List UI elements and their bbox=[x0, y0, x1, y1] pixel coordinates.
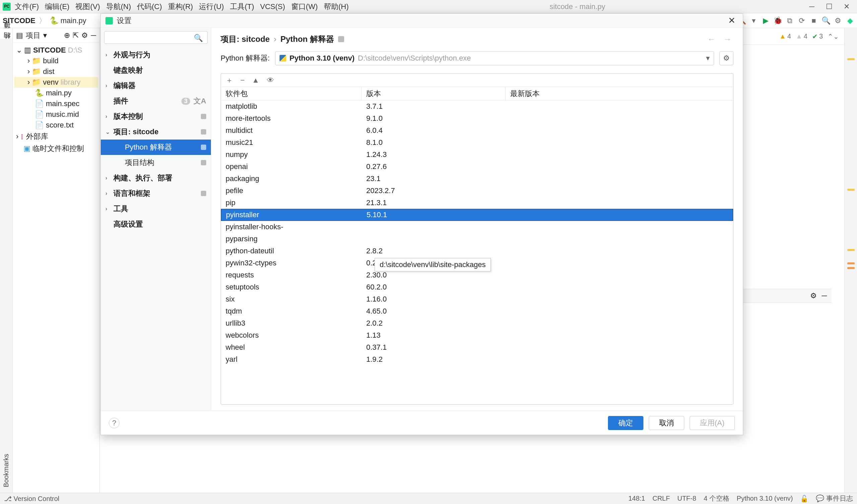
caret-position[interactable]: 148:1 bbox=[628, 494, 645, 502]
indent-settings[interactable]: 4 个空格 bbox=[704, 494, 729, 503]
read-only-icon[interactable]: 🔓 bbox=[800, 494, 808, 503]
settings-tree[interactable]: ›外观与行为键盘映射›编辑器插件3文A›版本控制⌄项目: sitcodePyth… bbox=[101, 47, 211, 410]
settings-nav-item[interactable]: ›语言和框架 bbox=[101, 186, 211, 201]
tree-node[interactable]: 📁venv library bbox=[14, 77, 98, 88]
show-early-releases-icon[interactable]: 👁 bbox=[267, 76, 274, 85]
expand-icon[interactable] bbox=[16, 132, 18, 141]
close-icon[interactable]: ✕ bbox=[839, 2, 854, 12]
structure-tool-tab[interactable]: 结构 bbox=[0, 39, 12, 50]
tree-node[interactable]: 📄main.spec bbox=[14, 98, 98, 109]
expand-icon[interactable] bbox=[28, 56, 30, 65]
expand-icon[interactable] bbox=[28, 78, 30, 87]
crumb-project[interactable]: 项目: sitcode bbox=[221, 34, 270, 45]
package-row[interactable]: pyparsing bbox=[221, 233, 733, 245]
stop-icon[interactable]: ■ bbox=[809, 16, 818, 25]
menu-refactor[interactable]: 重构(R) bbox=[166, 0, 195, 13]
minimize-icon[interactable]: ─ bbox=[804, 2, 820, 12]
tree-scratches[interactable]: ▣ 临时文件和控制 bbox=[14, 142, 98, 155]
run-config-dropdown[interactable]: ▾ bbox=[749, 16, 758, 25]
stripe-mark-icon[interactable] bbox=[847, 58, 855, 60]
add-package-icon[interactable]: ＋ bbox=[225, 75, 233, 85]
gear-icon[interactable]: ⚙ bbox=[81, 31, 88, 40]
package-row[interactable]: python-dateutil2.8.2 bbox=[221, 245, 733, 257]
menu-code[interactable]: 代码(C) bbox=[135, 0, 164, 13]
tree-node[interactable]: 🐍main.py bbox=[14, 88, 98, 98]
line-separator[interactable]: CRLF bbox=[653, 494, 670, 502]
forward-icon[interactable]: → bbox=[721, 34, 734, 44]
settings-nav-item[interactable]: ›外观与行为 bbox=[101, 47, 211, 63]
maximize-icon[interactable]: ☐ bbox=[822, 2, 837, 12]
package-row[interactable]: music218.1.0 bbox=[221, 136, 733, 149]
chevron-down-icon[interactable]: ▾ bbox=[43, 31, 47, 40]
apply-button[interactable]: 应用(A) bbox=[690, 416, 735, 430]
breadcrumb-root[interactable]: SITCODE bbox=[3, 16, 35, 25]
profile-icon[interactable]: ⟳ bbox=[797, 16, 806, 25]
col-latest[interactable]: 最新版本 bbox=[505, 89, 733, 99]
interpreter-combo[interactable]: Python 3.10 (venv) D:\sitcode\venv\Scrip… bbox=[275, 51, 714, 65]
help-icon[interactable]: ? bbox=[109, 418, 119, 429]
settings-search-input[interactable] bbox=[104, 31, 207, 44]
tree-node[interactable]: 📄score.txt bbox=[14, 120, 98, 131]
remove-package-icon[interactable]: − bbox=[240, 76, 245, 85]
passed-badge[interactable]: ✔3 bbox=[812, 32, 823, 40]
back-icon[interactable]: ← bbox=[705, 34, 718, 44]
package-row[interactable]: more-itertools9.1.0 bbox=[221, 113, 733, 124]
package-row[interactable]: multidict6.0.4 bbox=[221, 124, 733, 136]
package-row[interactable]: wheel0.37.1 bbox=[221, 341, 733, 353]
interpreter-settings-button[interactable]: ⚙ bbox=[719, 51, 734, 65]
target-icon[interactable]: ⊕ bbox=[64, 31, 70, 40]
menu-run[interactable]: 运行(U) bbox=[197, 0, 226, 13]
packages-list[interactable]: matplotlib3.7.1more-itertools9.1.0multid… bbox=[221, 100, 733, 404]
bookmarks-tool-tab[interactable]: Bookmarks bbox=[1, 449, 11, 493]
expand-icon[interactable] bbox=[16, 46, 22, 54]
package-row[interactable]: openai0.27.6 bbox=[221, 161, 733, 173]
settings-nav-item[interactable]: ›版本控制 bbox=[101, 109, 211, 124]
package-row[interactable]: matplotlib3.7.1 bbox=[221, 100, 733, 113]
weak-warnings-badge[interactable]: ▲4 bbox=[796, 32, 807, 40]
project-tree[interactable]: ▥ SITCODE D:\S 📁build📁dist📁venv library🐍… bbox=[13, 43, 99, 157]
settings-nav-item[interactable]: ›构建、执行、部署 bbox=[101, 170, 211, 186]
settings-nav-item[interactable]: ⌄项目: sitcode bbox=[101, 124, 211, 139]
ide-services-icon[interactable]: ◆ bbox=[846, 16, 854, 25]
search-everywhere-icon[interactable]: 🔍 bbox=[822, 16, 830, 25]
package-row[interactable]: yarl1.9.2 bbox=[221, 353, 733, 366]
event-log[interactable]: 💬 事件日志 bbox=[816, 494, 853, 503]
package-row[interactable]: numpy1.24.3 bbox=[221, 149, 733, 161]
debug-icon[interactable]: 🐞 bbox=[773, 16, 782, 25]
collapse-icon[interactable]: ⇱ bbox=[73, 31, 79, 40]
project-panel-title[interactable]: 项目 bbox=[26, 31, 40, 40]
tree-node[interactable]: 📁dist bbox=[14, 66, 98, 77]
menu-view[interactable]: 视图(V) bbox=[73, 0, 102, 13]
cancel-button[interactable]: 取消 bbox=[649, 416, 684, 430]
file-encoding[interactable]: UTF-8 bbox=[677, 494, 696, 502]
ok-button[interactable]: 确定 bbox=[608, 416, 643, 430]
upgrade-package-icon[interactable]: ▲ bbox=[252, 76, 259, 85]
coverage-icon[interactable]: ⧉ bbox=[785, 16, 794, 25]
breadcrumb-file[interactable]: 🐍 main.py bbox=[50, 16, 86, 25]
package-row[interactable]: pyinstaller5.10.1 bbox=[221, 209, 733, 221]
menu-help[interactable]: 帮助(H) bbox=[322, 0, 351, 13]
package-row[interactable]: urllib32.0.2 bbox=[221, 317, 733, 329]
package-row[interactable]: pyinstaller-hooks- bbox=[221, 221, 733, 233]
package-row[interactable]: setuptools60.2.0 bbox=[221, 281, 733, 293]
stripe-mark-icon[interactable] bbox=[847, 263, 855, 264]
menu-vcs[interactable]: VCS(S) bbox=[258, 1, 287, 12]
package-row[interactable]: six1.16.0 bbox=[221, 293, 733, 305]
project-tool-tab[interactable]: 项目 bbox=[0, 28, 12, 39]
right-error-stripe[interactable] bbox=[844, 28, 857, 493]
settings-gear-icon[interactable]: ⚙ bbox=[834, 16, 842, 25]
settings-nav-item[interactable]: Python 解释器 bbox=[101, 139, 211, 155]
interpreter-widget[interactable]: Python 3.10 (venv) bbox=[737, 494, 793, 502]
settings-nav-item[interactable]: 插件3文A bbox=[101, 94, 211, 109]
tree-external-libs[interactable]: ⫿ 外部库 bbox=[14, 131, 98, 142]
settings-nav-item[interactable]: 高级设置 bbox=[101, 217, 211, 232]
settings-nav-item[interactable]: ›工具 bbox=[101, 201, 211, 217]
package-row[interactable]: pefile2023.2.7 bbox=[221, 185, 733, 197]
tree-node[interactable]: 📁build bbox=[14, 55, 98, 66]
vcs-widget[interactable]: ⎇ Version Control bbox=[4, 494, 59, 503]
col-version[interactable]: 版本 bbox=[362, 87, 505, 100]
warnings-badge[interactable]: ▲4 bbox=[779, 32, 791, 40]
menu-navigate[interactable]: 导航(N) bbox=[104, 0, 133, 13]
package-row[interactable]: packaging23.1 bbox=[221, 173, 733, 185]
gear-icon[interactable]: ⚙ bbox=[810, 291, 817, 300]
